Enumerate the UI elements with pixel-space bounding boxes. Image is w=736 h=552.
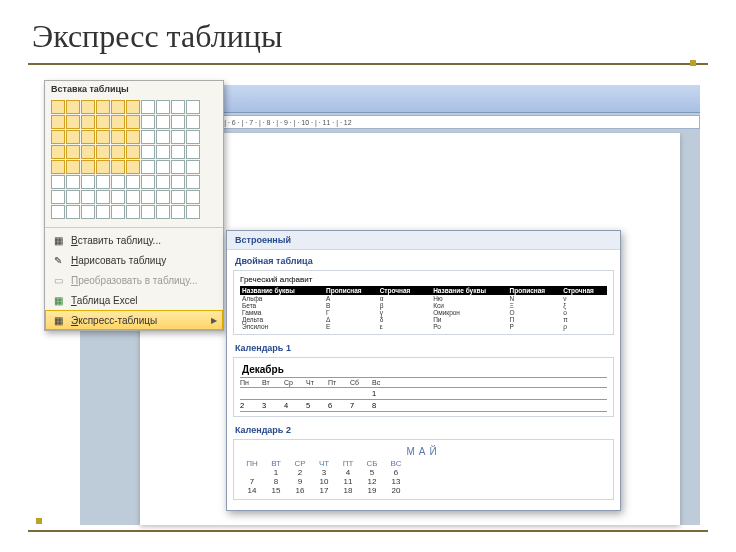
grid-cell[interactable]	[171, 100, 185, 114]
grid-cell[interactable]	[156, 190, 170, 204]
grid-cell[interactable]	[171, 190, 185, 204]
grid-cell[interactable]	[126, 175, 140, 189]
menu-label: Таблица Excel	[71, 295, 137, 306]
grid-cell[interactable]	[51, 100, 65, 114]
grid-cell[interactable]	[141, 145, 155, 159]
grid-cell[interactable]	[96, 205, 110, 219]
grid-cell[interactable]	[186, 145, 200, 159]
style-preview-calendar2[interactable]: МАЙ ПНВТСРЧТПТСБВС 123456 78910111213 14…	[233, 439, 614, 500]
grid-cell[interactable]	[171, 145, 185, 159]
grid-cell[interactable]	[126, 160, 140, 174]
table-header-cell: Строчная	[561, 286, 607, 295]
grid-cell[interactable]	[111, 175, 125, 189]
grid-cell[interactable]	[126, 205, 140, 219]
grid-cell[interactable]	[111, 145, 125, 159]
decor-dot-bottom	[36, 518, 42, 524]
grid-cell[interactable]	[66, 190, 80, 204]
grid-cell[interactable]	[141, 190, 155, 204]
grid-cell[interactable]	[96, 100, 110, 114]
grid-cell[interactable]	[96, 145, 110, 159]
grid-cell[interactable]	[186, 205, 200, 219]
grid-cell[interactable]	[81, 130, 95, 144]
style-preview-double-table[interactable]: Греческий алфавит Название буквыПрописна…	[233, 270, 614, 335]
grid-cell[interactable]	[96, 160, 110, 174]
grid-cell[interactable]	[186, 190, 200, 204]
grid-cell[interactable]	[186, 175, 200, 189]
grid-cell[interactable]	[81, 145, 95, 159]
grid-cell[interactable]	[156, 130, 170, 144]
date-cell	[328, 388, 350, 399]
grid-cell[interactable]	[81, 175, 95, 189]
grid-cell[interactable]	[66, 145, 80, 159]
grid-cell[interactable]	[66, 205, 80, 219]
date-cell: 3	[262, 400, 284, 411]
style-preview-calendar1[interactable]: Декабрь ПнВтСрЧтПтСбВс 1 2345678	[233, 357, 614, 417]
draw-table-item[interactable]: ✎ Нарисовать таблицу	[45, 250, 223, 270]
grid-cell[interactable]	[141, 100, 155, 114]
grid-cell[interactable]	[156, 175, 170, 189]
grid-cell[interactable]	[111, 100, 125, 114]
grid-cell[interactable]	[111, 205, 125, 219]
grid-cell[interactable]	[126, 130, 140, 144]
grid-cell[interactable]	[111, 160, 125, 174]
grid-cell[interactable]	[66, 115, 80, 129]
grid-cell[interactable]	[51, 190, 65, 204]
grid-cell[interactable]	[171, 205, 185, 219]
grid-cell[interactable]	[126, 115, 140, 129]
grid-cell[interactable]	[171, 115, 185, 129]
grid-cell[interactable]	[186, 160, 200, 174]
grid-cell[interactable]	[111, 190, 125, 204]
grid-cell[interactable]	[81, 115, 95, 129]
grid-cell[interactable]	[96, 190, 110, 204]
grid-cell[interactable]	[156, 100, 170, 114]
grid-cell[interactable]	[141, 175, 155, 189]
grid-cell[interactable]	[141, 205, 155, 219]
grid-cell[interactable]	[81, 190, 95, 204]
grid-cell[interactable]	[66, 160, 80, 174]
table-cell: Δ	[324, 316, 378, 323]
grid-cell[interactable]	[111, 130, 125, 144]
grid-cell[interactable]	[81, 100, 95, 114]
grid-cell[interactable]	[51, 115, 65, 129]
grid-cell[interactable]	[126, 190, 140, 204]
grid-cell[interactable]	[51, 160, 65, 174]
table-cell: Ро	[431, 323, 507, 330]
grid-cell[interactable]	[171, 175, 185, 189]
grid-cell[interactable]	[81, 160, 95, 174]
grid-cell[interactable]	[126, 100, 140, 114]
grid-cell[interactable]	[66, 100, 80, 114]
grid-cell[interactable]	[186, 100, 200, 114]
grid-cell[interactable]	[51, 205, 65, 219]
grid-cell[interactable]	[51, 175, 65, 189]
table-header-cell: Прописная	[324, 286, 378, 295]
grid-cell[interactable]	[156, 205, 170, 219]
grid-cell[interactable]	[141, 130, 155, 144]
grid-cell[interactable]	[81, 205, 95, 219]
table-cell: P	[508, 323, 562, 330]
grid-cell[interactable]	[66, 175, 80, 189]
grid-cell[interactable]	[96, 130, 110, 144]
quick-tables-item[interactable]: ▦ Экспресс-таблицы ▶	[45, 310, 223, 330]
grid-cell[interactable]	[156, 115, 170, 129]
grid-cell[interactable]	[51, 130, 65, 144]
grid-cell[interactable]	[156, 145, 170, 159]
menu-label: Нарисовать таблицу	[71, 255, 166, 266]
excel-table-item[interactable]: ▦ Таблица Excel	[45, 290, 223, 310]
grid-cell[interactable]	[111, 115, 125, 129]
insert-table-item[interactable]: ▦ Вставить таблицу...	[45, 230, 223, 250]
grid-cell[interactable]	[126, 145, 140, 159]
grid-cell[interactable]	[156, 160, 170, 174]
style-caption-calendar1: Календарь 1	[233, 339, 614, 355]
grid-cell[interactable]	[171, 160, 185, 174]
grid-cell[interactable]	[96, 115, 110, 129]
table-size-grid[interactable]	[45, 96, 223, 225]
grid-cell[interactable]	[66, 130, 80, 144]
grid-cell[interactable]	[51, 145, 65, 159]
grid-cell[interactable]	[141, 160, 155, 174]
horizontal-ruler[interactable]: · 1 · | · 2 · | · 3 · | · 4 · | · 5 · | …	[140, 115, 700, 129]
grid-cell[interactable]	[141, 115, 155, 129]
grid-cell[interactable]	[96, 175, 110, 189]
grid-cell[interactable]	[186, 115, 200, 129]
grid-cell[interactable]	[171, 130, 185, 144]
grid-cell[interactable]	[186, 130, 200, 144]
